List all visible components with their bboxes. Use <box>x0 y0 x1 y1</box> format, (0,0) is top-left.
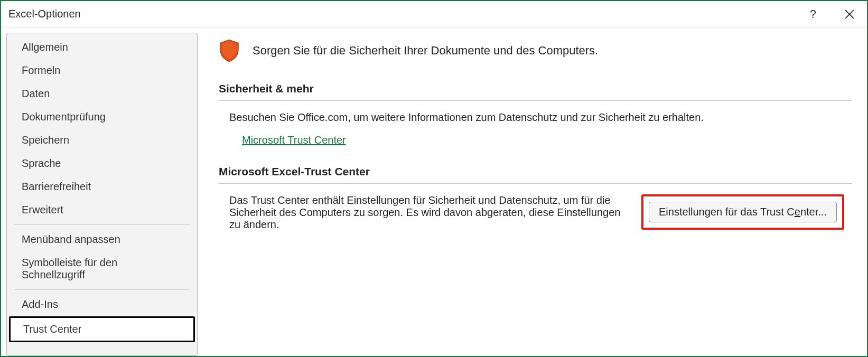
titlebar-controls: ? <box>810 7 860 21</box>
sidebar-item-dokumentpruefung[interactable]: Dokumentprüfung <box>9 106 195 128</box>
highlight-box: Einstellungen für das Trust Center... <box>641 194 844 230</box>
sidebar-item-trust-center[interactable]: Trust Center <box>9 316 195 342</box>
trust-center-row: Das Trust Center enthält Einstellungen f… <box>229 194 852 231</box>
tc-button-suffix: nter... <box>800 206 827 218</box>
sidebar-item-erweitert[interactable]: Erweitert <box>9 199 195 221</box>
sidebar-item-speichern[interactable]: Speichern <box>9 129 195 152</box>
close-icon[interactable] <box>845 10 854 19</box>
help-icon[interactable]: ? <box>810 7 816 21</box>
sidebar: Allgemein Formeln Daten Dokumentprüfung … <box>6 33 198 356</box>
tc-button-underline: e <box>795 206 800 218</box>
section-body-sicherheit: Besuchen Sie Office.com, um weitere Info… <box>219 111 852 146</box>
excel-options-dialog: Excel-Optionen ? Allgemein Formeln Daten… <box>0 0 868 357</box>
window-title: Excel-Optionen <box>8 8 81 20</box>
intro-row: Sorgen Sie für die Sicherheit Ihrer Doku… <box>219 40 852 61</box>
sidebar-separator <box>14 224 190 225</box>
sidebar-item-sprache[interactable]: Sprache <box>9 152 195 175</box>
intro-text: Sorgen Sie für die Sicherheit Ihrer Doku… <box>253 44 598 58</box>
sidebar-item-schnellzugriff[interactable]: Symbolleiste für den Schnellzugriff <box>9 251 195 286</box>
content-area: Sorgen Sie für die Sicherheit Ihrer Doku… <box>198 27 867 356</box>
section-title-trust-center: Microsoft Excel-Trust Center <box>219 165 852 178</box>
sidebar-item-allgemein[interactable]: Allgemein <box>9 36 195 59</box>
sidebar-item-menueband[interactable]: Menüband anpassen <box>9 228 195 251</box>
sidebar-item-formeln[interactable]: Formeln <box>9 59 195 82</box>
section1-body-text: Besuchen Sie Office.com, um weitere Info… <box>229 111 704 123</box>
tc-button-prefix: Einstellungen für das Trust C <box>659 206 795 218</box>
trust-center-description: Das Trust Center enthält Einstellungen f… <box>229 194 631 231</box>
sidebar-separator <box>14 289 190 290</box>
titlebar: Excel-Optionen ? <box>1 1 867 27</box>
section-title-sicherheit: Sicherheit & mehr <box>219 82 852 95</box>
body-area: Allgemein Formeln Daten Dokumentprüfung … <box>1 27 867 356</box>
sidebar-item-barrierefreiheit[interactable]: Barrierefreiheit <box>9 175 195 198</box>
shield-icon <box>219 40 240 61</box>
section-body-trust-center: Das Trust Center enthält Einstellungen f… <box>219 194 852 231</box>
section-rule <box>219 183 852 184</box>
microsoft-trust-center-link[interactable]: Microsoft Trust Center <box>242 134 346 146</box>
sidebar-item-addins[interactable]: Add-Ins <box>9 293 195 316</box>
section-rule <box>219 100 852 101</box>
trust-center-settings-button[interactable]: Einstellungen für das Trust Center... <box>649 202 837 222</box>
sidebar-item-daten[interactable]: Daten <box>9 82 195 105</box>
